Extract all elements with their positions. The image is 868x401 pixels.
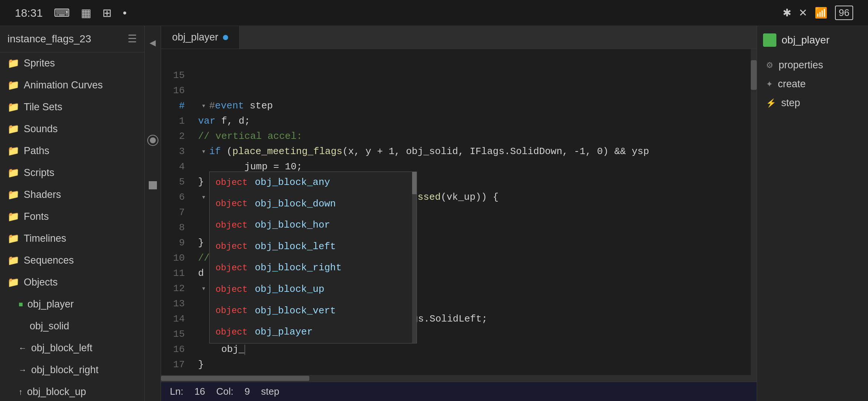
sidebar-item-obj-solid[interactable]: obj_solid	[0, 315, 144, 337]
sidebar-item-obj-block-up[interactable]: ↑ obj_block_up	[0, 381, 144, 401]
svg-point-1	[150, 137, 156, 143]
ac-type-label: object	[216, 325, 249, 339]
grid-icon: ⊞	[102, 6, 112, 19]
sidebar-item-obj-player[interactable]: ■ obj_player	[0, 293, 144, 315]
editor-vertical-scrollbar[interactable]	[751, 49, 757, 375]
ac-type-label: object	[216, 304, 249, 318]
autocomplete-item-2[interactable]: object obj_block_hor	[210, 215, 417, 236]
chevron-icon: ▾	[198, 100, 209, 112]
autocomplete-item-7[interactable]: object obj_player	[210, 322, 417, 343]
sidebar-item-objects[interactable]: 📁 Objects	[0, 271, 144, 293]
autocomplete-scrollbar-thumb	[412, 172, 417, 194]
sidebar-item-label: Scripts	[24, 167, 55, 179]
code-editor[interactable]: ▾ #event step var f, d; // vertical acce…	[191, 49, 751, 375]
folder-icon: 📁	[7, 123, 19, 135]
folder-icon: 📁	[7, 101, 19, 113]
autocomplete-item-6[interactable]: object obj_block_vert	[210, 300, 417, 322]
code-line-18: // vertical movement:	[198, 372, 751, 375]
autocomplete-item-0[interactable]: object obj_block_any	[210, 172, 417, 193]
right-panel-properties[interactable]: ⚙ properties	[763, 56, 862, 75]
sidebar-item-timelines[interactable]: 📁 Timelines	[0, 228, 144, 250]
chevron-icon: ▾	[198, 192, 209, 203]
sidebar-item-shaders[interactable]: 📁 Shaders	[0, 184, 144, 206]
sidebar-item-scripts[interactable]: 📁 Scripts	[0, 162, 144, 184]
code-line	[198, 83, 751, 98]
ac-name-label: obj_block_hor	[255, 218, 330, 233]
square-indicator	[147, 180, 158, 194]
editor-body: 15 16 # 1 2 3 4 5 6 7 8 9 10 11 12 13 14…	[161, 49, 757, 375]
obj-player-color-icon	[763, 33, 776, 47]
editor-horizontal-scrollbar[interactable]	[161, 375, 757, 382]
col-label: Col:	[216, 386, 233, 397]
ac-type-label: object	[216, 176, 249, 190]
autocomplete-item-5[interactable]: object obj_block_up	[210, 279, 417, 300]
code-line-3: ▾ if (place_meeting_flags(x, y + 1, obj_…	[198, 144, 751, 159]
sidebar-item-label: obj_solid	[30, 320, 69, 332]
sidebar-item-fonts[interactable]: 📁 Fonts	[0, 206, 144, 228]
bluetooth-icon: ✱	[783, 7, 791, 19]
word-value: step	[261, 386, 279, 397]
collapse-button[interactable]: ◀	[147, 33, 159, 52]
ac-name-label: obj_block_down	[255, 196, 336, 212]
ac-type-label: object	[216, 283, 249, 297]
battery-indicator: 96	[835, 6, 853, 20]
ac-name-label: obj_block_up	[255, 282, 324, 297]
sidebar-item-label: Animation Curves	[24, 79, 103, 91]
code-line	[198, 68, 751, 83]
keyboard-icon: ⌨	[54, 6, 70, 19]
sidebar-header: instance_flags_23 ☰	[0, 26, 144, 52]
right-panel-create[interactable]: ✦ create	[763, 75, 862, 94]
ac-type-label: object	[216, 261, 249, 275]
sidebar-item-sounds[interactable]: 📁 Sounds	[0, 118, 144, 140]
gear-icon: ⚙	[766, 61, 773, 70]
sidebar-item-label: Fonts	[24, 211, 49, 222]
editor-container: obj_player 15 16 # 1 2 3 4 5 6 7 8 9 10	[161, 26, 757, 401]
left-nav-panel: ◀	[145, 26, 161, 401]
ac-name-label: obj_block_any	[255, 175, 330, 190]
sidebar-item-label: obj_block_right	[31, 364, 99, 376]
ac-name-label: obj_block_vert	[255, 303, 336, 319]
tab-modified-dot	[223, 35, 228, 40]
autocomplete-item-4[interactable]: object obj_block_right	[210, 257, 417, 279]
chevron-icon: ▾	[198, 146, 209, 158]
right-panel-step-label: step	[781, 97, 800, 109]
folder-icon: 📁	[7, 255, 19, 266]
folder-icon: 📁	[7, 211, 19, 222]
sidebar-item-label: obj_player	[27, 299, 74, 310]
menu-icon[interactable]: ☰	[128, 33, 137, 45]
status-right: ✱ ✕ 📶 96	[783, 6, 853, 20]
svg-rect-2	[149, 181, 157, 189]
right-panel-obj-name: obj_player	[782, 34, 829, 46]
ac-type-label: object	[216, 197, 249, 211]
sidebar-item-obj-block-right[interactable]: → obj_block_right	[0, 359, 144, 381]
tab-bar: obj_player	[161, 26, 757, 49]
sidebar-item-label: Shaders	[24, 189, 61, 200]
autocomplete-dropdown[interactable]: object obj_block_any object obj_block_do…	[209, 172, 417, 343]
folder-icon: 📁	[7, 145, 19, 157]
folder-icon: 📁	[7, 58, 19, 69]
sidebar-item-label: Objects	[24, 277, 58, 288]
sidebar-item-animation-curves[interactable]: 📁 Animation Curves	[0, 74, 144, 96]
scrollbar-thumb	[751, 60, 757, 90]
sidebar-item-sequences[interactable]: 📁 Sequences	[0, 250, 144, 271]
autocomplete-item-3[interactable]: object obj_block_left	[210, 236, 417, 258]
sidebar-item-label: Timelines	[24, 233, 66, 244]
ac-type-label: object	[216, 218, 249, 232]
editor-statusbar: Ln: 16 Col: 9 step	[161, 382, 757, 401]
step-icon: ⚡	[766, 98, 776, 108]
create-icon: ✦	[766, 79, 773, 89]
sidebar-item-obj-block-left[interactable]: ← obj_block_left	[0, 337, 144, 359]
sidebar-item-tilesets[interactable]: 📁 Tile Sets	[0, 96, 144, 118]
record-icon	[146, 134, 160, 147]
right-panel-step[interactable]: ⚡ step	[763, 94, 862, 113]
sim-icon: ▦	[81, 6, 91, 19]
sidebar-item-paths[interactable]: 📁 Paths	[0, 140, 144, 162]
autocomplete-scrollbar[interactable]	[412, 172, 417, 343]
ac-name-label: obj_player	[255, 325, 313, 340]
sidebar-item-label: obj_block_up	[27, 386, 86, 398]
sidebar-item-sprites[interactable]: 📁 Sprites	[0, 52, 144, 74]
autocomplete-item-1[interactable]: object obj_block_down	[210, 193, 417, 215]
col-value: 9	[244, 386, 250, 397]
editor-tab-obj-player[interactable]: obj_player	[161, 26, 240, 49]
right-panel-properties-label: properties	[779, 59, 823, 71]
